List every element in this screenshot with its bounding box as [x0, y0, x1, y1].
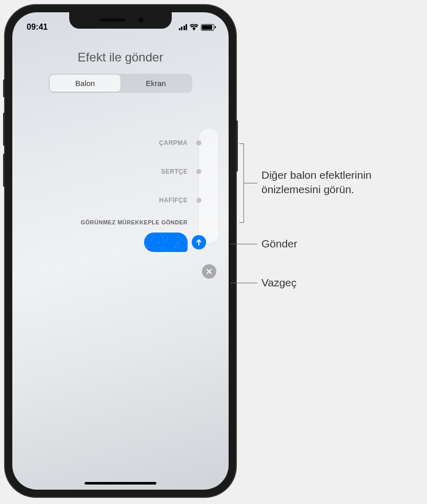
callout-line [231, 283, 257, 283]
effect-label-gentle: HAFİFÇE [159, 197, 188, 204]
effect-option-slam[interactable]: ÇARPMA [23, 129, 218, 157]
message-bubble-preview [144, 233, 188, 252]
callout-line [231, 244, 257, 244]
callout-line [243, 183, 257, 183]
callout-preview: Diğer balon efektlerinin önizlemesini gö… [261, 168, 420, 197]
invisible-ink-effect [144, 233, 188, 252]
message-preview-row [23, 233, 218, 252]
phone-volume-up [3, 113, 5, 146]
phone-power-button [236, 120, 238, 172]
effect-dot-gentle[interactable] [196, 198, 201, 203]
svg-point-0 [193, 29, 195, 30]
effect-option-loud[interactable]: SERTÇE [23, 157, 218, 186]
send-button[interactable] [192, 235, 206, 249]
battery-icon [201, 24, 214, 31]
home-indicator[interactable] [85, 482, 156, 485]
tab-screen[interactable]: Ekran [120, 75, 191, 92]
phone-frame: 09:41 Efekt [5, 5, 236, 497]
page-title: Efekt ile gönder [23, 50, 218, 65]
arrow-up-icon [195, 238, 203, 246]
close-icon [206, 268, 212, 275]
callout-send: Gönder [261, 237, 297, 251]
cellular-signal-icon [179, 24, 188, 30]
effect-option-invisible-ink[interactable]: GÖRÜNMEZ MÜREKKEPLE GÖNDER [23, 215, 218, 230]
effect-label-slam: ÇARPMA [159, 139, 188, 146]
status-time: 09:41 [27, 23, 63, 32]
effect-dot-loud[interactable] [196, 169, 201, 174]
phone-mute-switch [3, 79, 5, 97]
phone-screen: 09:41 Efekt [12, 12, 229, 490]
effect-option-gentle[interactable]: HAFİFÇE [23, 186, 218, 215]
effect-dot-slam[interactable] [196, 140, 201, 145]
effect-label-loud: SERTÇE [161, 168, 188, 175]
effect-label-invisible-ink: GÖRÜNMEZ MÜREKKEPLE GÖNDER [80, 219, 188, 225]
phone-volume-down [3, 154, 5, 187]
header: Efekt ile gönder [12, 35, 229, 74]
wifi-icon [190, 24, 198, 30]
callout-cancel: Vazgeç [261, 276, 297, 290]
status-indicators [179, 24, 215, 31]
effect-type-tabs: Balon Ekran [49, 74, 192, 93]
cancel-button[interactable] [202, 264, 216, 279]
phone-notch [69, 12, 172, 29]
tab-balloon[interactable]: Balon [50, 75, 120, 92]
effects-area: ÇARPMA SERTÇE HAFİFÇE GÖRÜNMEZ MÜREKKEPL… [12, 93, 229, 262]
